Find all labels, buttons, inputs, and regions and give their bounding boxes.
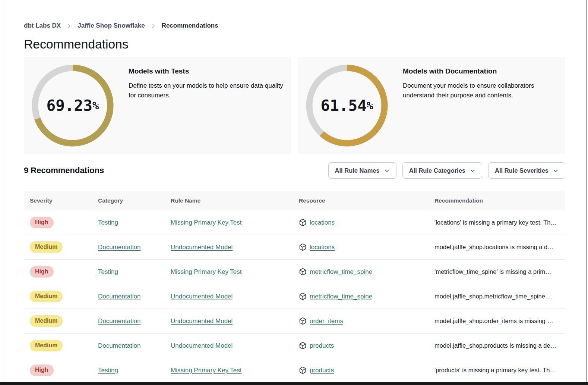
breadcrumb-item-current: Recommendations xyxy=(162,22,218,29)
category-link[interactable]: Testing xyxy=(98,268,118,275)
category-link[interactable]: Documentation xyxy=(98,293,140,300)
docs-donut-chart: 61.54% xyxy=(306,65,388,147)
breadcrumb-item-project[interactable]: Jaffle Shop Snowflake xyxy=(78,22,145,29)
rule-name-link[interactable]: Undocumented Model xyxy=(171,293,233,300)
model-cube-icon xyxy=(299,219,307,226)
table-row: High Testing Missing Primary Key Test pr… xyxy=(24,358,565,383)
chevron-down-icon xyxy=(553,168,559,173)
filter-rule-names-dropdown[interactable]: All Rule Names xyxy=(328,162,396,179)
recommendations-toolbar: 9 Recommendations All Rule Names All Rul… xyxy=(24,162,565,179)
recommendation-text: 'metricflow_time_spine' is missing a pri… xyxy=(429,268,565,275)
resource-link[interactable]: products xyxy=(310,342,334,350)
filter-rule-categories-label: All Rule Categories xyxy=(409,167,465,174)
panel-left-border xyxy=(5,1,5,385)
rule-name-link[interactable]: Missing Primary Key Test xyxy=(171,367,242,374)
bottom-cutoff-bar xyxy=(0,382,588,385)
rule-name-link[interactable]: Undocumented Model xyxy=(171,317,233,325)
tests-card-description: Define tests on your models to help ensu… xyxy=(129,81,284,100)
model-cube-icon xyxy=(299,342,307,350)
table-row: Medium Documentation Undocumented Model … xyxy=(24,309,565,334)
main-content: dbt Labs DX Jaffle Shop Snowflake Recomm… xyxy=(24,0,565,383)
docs-card-title: Models with Documentation xyxy=(403,67,548,75)
table-row: High Testing Missing Primary Key Test me… xyxy=(24,260,565,284)
tests-donut-label: 69.23% xyxy=(32,65,114,147)
resource-link[interactable]: metricflow_time_spine xyxy=(310,293,372,300)
window-right-border xyxy=(587,0,587,385)
category-link[interactable]: Testing xyxy=(98,219,118,226)
chevron-right-icon xyxy=(66,23,72,29)
tests-percent-value: 69.23 xyxy=(47,97,92,115)
recommendation-text: model.jaffle_shop.order_items is missing… xyxy=(429,317,565,325)
column-header-resource: Resource xyxy=(293,197,429,204)
page-title: Recommendations xyxy=(24,36,565,52)
severity-badge: High xyxy=(30,364,54,376)
recommendation-text: model.jaffle_shop.products is missing a … xyxy=(429,342,565,349)
docs-percent-sign: % xyxy=(367,99,373,112)
recommendation-text: 'locations' is missing a primary key tes… xyxy=(429,219,565,226)
column-header-recommendation: Recommendation xyxy=(429,197,565,204)
breadcrumb: dbt Labs DX Jaffle Shop Snowflake Recomm… xyxy=(24,22,565,29)
category-link[interactable]: Documentation xyxy=(98,342,140,349)
model-cube-icon xyxy=(299,292,307,300)
docs-card-description: Document your models to ensure collabora… xyxy=(403,81,548,100)
severity-badge: High xyxy=(30,266,54,278)
resource-link[interactable]: locations xyxy=(310,244,335,251)
breadcrumb-item-account[interactable]: dbt Labs DX xyxy=(24,22,61,29)
chevron-down-icon xyxy=(470,168,475,173)
docs-percent-value: 61.54 xyxy=(321,97,367,115)
model-cube-icon xyxy=(299,317,307,325)
filter-rule-severities-dropdown[interactable]: All Rule Severities xyxy=(488,162,565,179)
filter-rule-severities-label: All Rule Severities xyxy=(495,167,549,174)
table-row: Medium Documentation Undocumented Model … xyxy=(24,235,565,260)
severity-badge: Medium xyxy=(30,291,63,302)
docs-donut-label: 61.54% xyxy=(306,65,388,147)
table-row: High Testing Missing Primary Key Test lo… xyxy=(24,210,565,235)
column-header-rule-name: Rule Name xyxy=(165,197,293,204)
category-link[interactable]: Documentation xyxy=(98,244,140,251)
resource-link[interactable]: locations xyxy=(310,219,335,226)
chevron-right-icon xyxy=(150,23,157,29)
model-cube-icon xyxy=(299,366,307,374)
docs-card-text: Models with Documentation Document your … xyxy=(388,57,556,154)
filter-rule-names-label: All Rule Names xyxy=(335,167,380,174)
rule-name-link[interactable]: Missing Primary Key Test xyxy=(171,268,242,275)
filter-rule-categories-dropdown[interactable]: All Rule Categories xyxy=(402,162,482,179)
models-with-tests-card: 69.23% Models with Tests Define tests on… xyxy=(24,57,291,154)
resource-link[interactable]: products xyxy=(310,367,334,374)
tests-percent-sign: % xyxy=(92,99,99,112)
column-header-severity: Severity xyxy=(24,197,92,204)
resource-link[interactable]: metricflow_time_spine xyxy=(310,268,372,276)
recommendations-count: 9 Recommendations xyxy=(24,166,104,175)
models-with-documentation-card: 61.54% Models with Documentation Documen… xyxy=(298,57,565,154)
table-header-row: Severity Category Rule Name Resource Rec… xyxy=(24,191,565,210)
rule-name-link[interactable]: Missing Primary Key Test xyxy=(171,219,242,226)
chevron-down-icon xyxy=(384,168,390,173)
tests-donut-chart: 69.23% xyxy=(32,65,114,147)
table-row: Medium Documentation Undocumented Model … xyxy=(24,334,565,358)
tests-card-title: Models with Tests xyxy=(129,67,284,75)
filter-group: All Rule Names All Rule Categories All R… xyxy=(328,162,565,179)
tests-card-text: Models with Tests Define tests on your m… xyxy=(114,57,291,154)
recommendation-text: 'products' is missing a primary key test… xyxy=(429,367,565,374)
metric-cards: 69.23% Models with Tests Define tests on… xyxy=(24,57,565,154)
recommendation-text: model.jaffle_shop.metricflow_time_spine … xyxy=(429,293,565,300)
model-cube-icon xyxy=(299,243,307,251)
column-header-category: Category xyxy=(92,197,165,204)
category-link[interactable]: Documentation xyxy=(98,317,140,325)
rule-name-link[interactable]: Undocumented Model xyxy=(171,342,233,349)
model-cube-icon xyxy=(299,268,307,276)
table-row: Medium Documentation Undocumented Model … xyxy=(24,284,565,309)
category-link[interactable]: Testing xyxy=(98,367,118,374)
recommendation-text: model.jaffle_shop.locations is missing a… xyxy=(429,244,565,251)
severity-badge: Medium xyxy=(30,340,63,351)
severity-badge: Medium xyxy=(30,315,63,327)
severity-badge: High xyxy=(30,217,54,228)
severity-badge: Medium xyxy=(30,241,63,253)
recommendations-table: Severity Category Rule Name Resource Rec… xyxy=(24,191,565,383)
rule-name-link[interactable]: Undocumented Model xyxy=(171,244,233,251)
resource-link[interactable]: order_items xyxy=(310,317,343,325)
